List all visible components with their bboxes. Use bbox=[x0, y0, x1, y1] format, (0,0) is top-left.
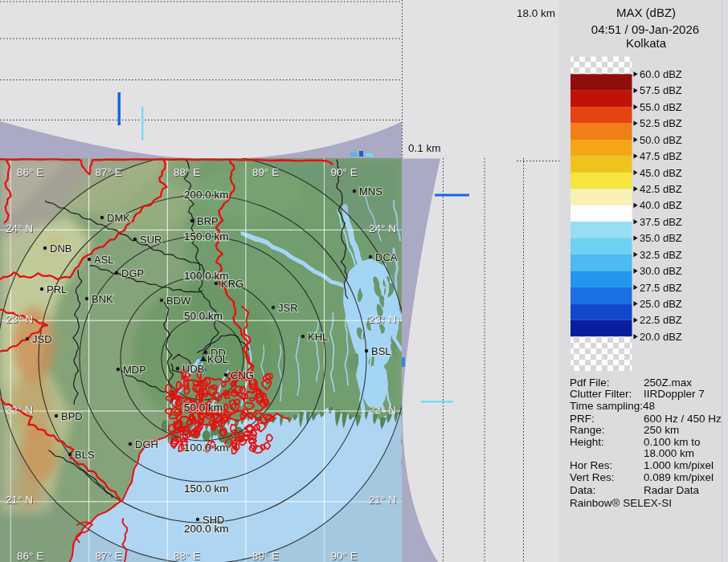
svg-text:32.5 dBZ: 32.5 dBZ bbox=[640, 249, 682, 261]
svg-text:0.089 km/pixel: 0.089 km/pixel bbox=[644, 471, 714, 483]
svg-text:BSL: BSL bbox=[371, 345, 391, 357]
svg-text:Data:: Data: bbox=[570, 484, 595, 496]
svg-text:23° N: 23° N bbox=[369, 313, 396, 325]
svg-text:86° E: 86° E bbox=[17, 550, 43, 562]
svg-text:42.5 dBZ: 42.5 dBZ bbox=[640, 183, 682, 195]
svg-text:Height:: Height: bbox=[570, 436, 604, 448]
svg-text:Pdf File:: Pdf File: bbox=[570, 377, 610, 389]
svg-text:22° N: 22° N bbox=[369, 404, 396, 416]
svg-text:ASL: ASL bbox=[94, 254, 114, 266]
svg-text:UDB: UDB bbox=[182, 363, 204, 375]
svg-text:BLS: BLS bbox=[75, 449, 95, 461]
svg-text:DCA: DCA bbox=[375, 251, 398, 263]
svg-text:BRP: BRP bbox=[197, 215, 219, 227]
svg-text:50.0 km: 50.0 km bbox=[184, 310, 223, 322]
svg-text:DGH: DGH bbox=[135, 438, 158, 450]
svg-text:BNK: BNK bbox=[92, 293, 113, 305]
svg-text:PRF:: PRF: bbox=[570, 413, 595, 425]
svg-text:DNB: DNB bbox=[50, 242, 72, 255]
svg-text:250Z.max: 250Z.max bbox=[644, 377, 692, 389]
svg-text:MNS: MNS bbox=[359, 185, 382, 198]
svg-text:87° E: 87° E bbox=[96, 166, 122, 178]
svg-text:Vert Res:: Vert Res: bbox=[570, 471, 615, 483]
svg-text:50.0 km: 50.0 km bbox=[184, 401, 223, 413]
svg-text:18.0 km: 18.0 km bbox=[517, 7, 555, 19]
svg-text:24° N: 24° N bbox=[6, 222, 33, 234]
svg-text:DGP: DGP bbox=[121, 267, 144, 279]
svg-text:MDP: MDP bbox=[123, 364, 146, 376]
svg-text:BPD: BPD bbox=[61, 410, 83, 422]
svg-text:0.100 km to: 0.100 km to bbox=[644, 436, 701, 448]
svg-text:1.000 km/pixel: 1.000 km/pixel bbox=[644, 459, 714, 471]
svg-text:150.0 km: 150.0 km bbox=[184, 483, 229, 495]
svg-text:600 Hz / 450 Hz: 600 Hz / 450 Hz bbox=[644, 413, 722, 425]
svg-text:21° N: 21° N bbox=[369, 494, 396, 506]
svg-text:30.0 dBZ: 30.0 dBZ bbox=[640, 265, 682, 277]
svg-text:CNG: CNG bbox=[231, 369, 254, 381]
svg-text:22.5 dBZ: 22.5 dBZ bbox=[640, 314, 682, 326]
svg-text:45.0 dBZ: 45.0 dBZ bbox=[640, 167, 682, 179]
svg-text:150.0 km: 150.0 km bbox=[184, 230, 229, 242]
svg-text:Clutter Filter:: Clutter Filter: bbox=[570, 388, 632, 400]
svg-text:23° N: 23° N bbox=[6, 313, 33, 325]
svg-text:Radar Data: Radar Data bbox=[644, 484, 700, 496]
svg-text:0.1 km: 0.1 km bbox=[408, 142, 441, 154]
svg-text:Hor Res:: Hor Res: bbox=[570, 459, 612, 471]
svg-text:Range:: Range: bbox=[570, 424, 605, 436]
svg-text:Time sampling:: Time sampling: bbox=[570, 400, 643, 412]
svg-text:90° E: 90° E bbox=[331, 550, 358, 562]
svg-text:PRL: PRL bbox=[47, 283, 67, 295]
svg-text:KOL: KOL bbox=[207, 353, 228, 365]
svg-text:55.0 dBZ: 55.0 dBZ bbox=[640, 101, 682, 113]
svg-text:48: 48 bbox=[643, 400, 655, 412]
svg-text:MAX (dBZ): MAX (dBZ) bbox=[616, 6, 676, 19]
svg-text:24° N: 24° N bbox=[369, 222, 396, 234]
svg-text:37.5 dBZ: 37.5 dBZ bbox=[640, 216, 682, 228]
svg-text:100.0 km: 100.0 km bbox=[184, 442, 229, 454]
svg-text:90° E: 90° E bbox=[331, 166, 358, 178]
svg-text:BDW: BDW bbox=[166, 295, 191, 307]
svg-text:18.000 km: 18.000 km bbox=[644, 447, 694, 459]
svg-text:Rainbow® SELEX-SI: Rainbow® SELEX-SI bbox=[570, 497, 672, 509]
svg-text:IIRDoppler 7: IIRDoppler 7 bbox=[644, 388, 705, 400]
svg-text:200.0 km: 200.0 km bbox=[184, 189, 229, 201]
svg-text:47.5 dBZ: 47.5 dBZ bbox=[640, 150, 682, 162]
svg-text:20.0 dBZ: 20.0 dBZ bbox=[640, 331, 682, 343]
svg-text:200.0 km: 200.0 km bbox=[184, 523, 229, 535]
svg-text:100.0 km: 100.0 km bbox=[184, 270, 229, 282]
svg-text:DMK: DMK bbox=[107, 212, 130, 224]
svg-text:88° E: 88° E bbox=[174, 166, 200, 178]
svg-text:35.0 dBZ: 35.0 dBZ bbox=[640, 232, 682, 244]
svg-text:87° E: 87° E bbox=[96, 550, 122, 562]
svg-text:86° E: 86° E bbox=[17, 166, 43, 178]
svg-text:89° E: 89° E bbox=[252, 550, 279, 562]
svg-text:04:51 / 09-Jan-2026: 04:51 / 09-Jan-2026 bbox=[591, 22, 699, 36]
svg-text:250 km: 250 km bbox=[644, 424, 679, 436]
svg-text:25.0 dBZ: 25.0 dBZ bbox=[640, 298, 682, 310]
svg-text:JSR: JSR bbox=[278, 302, 298, 314]
svg-text:50.0 dBZ: 50.0 dBZ bbox=[640, 134, 682, 146]
svg-text:52.5 dBZ: 52.5 dBZ bbox=[640, 117, 682, 129]
svg-text:57.5 dBZ: 57.5 dBZ bbox=[640, 84, 682, 96]
svg-text:88° E: 88° E bbox=[174, 550, 200, 562]
svg-text:89° E: 89° E bbox=[252, 166, 279, 178]
svg-text:60.0 dBZ: 60.0 dBZ bbox=[640, 68, 682, 80]
svg-text:SUR: SUR bbox=[140, 234, 162, 246]
svg-text:22° N: 22° N bbox=[6, 404, 33, 416]
svg-text:27.5 dBZ: 27.5 dBZ bbox=[640, 282, 682, 294]
svg-text:Kolkata: Kolkata bbox=[626, 36, 667, 50]
svg-text:21° N: 21° N bbox=[6, 494, 33, 506]
svg-text:JSD: JSD bbox=[32, 333, 52, 345]
svg-text:40.0 dBZ: 40.0 dBZ bbox=[640, 199, 682, 211]
svg-text:KHL: KHL bbox=[308, 331, 328, 343]
